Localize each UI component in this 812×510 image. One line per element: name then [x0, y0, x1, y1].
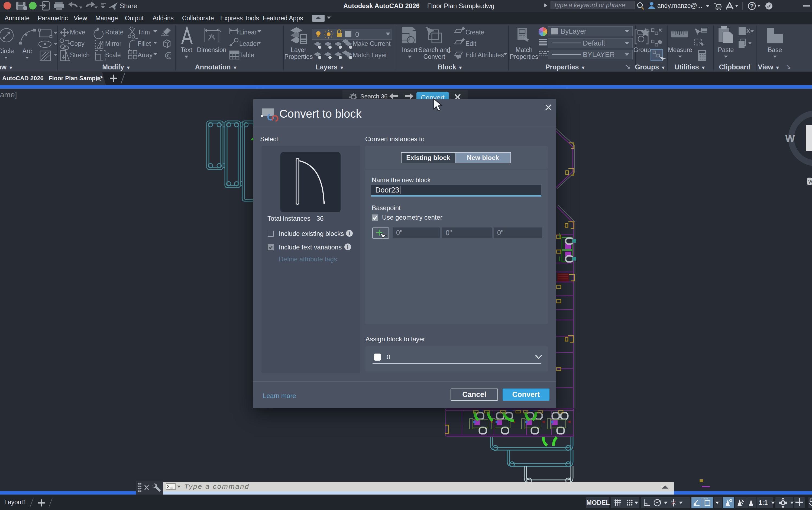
svg-text:andy.manze@...: andy.manze@...: [657, 2, 702, 9]
svg-text:?: ?: [750, 3, 754, 10]
svg-text:W: W: [808, 178, 812, 185]
svg-text:W: W: [785, 133, 795, 144]
svg-text:0: 0: [355, 30, 359, 38]
